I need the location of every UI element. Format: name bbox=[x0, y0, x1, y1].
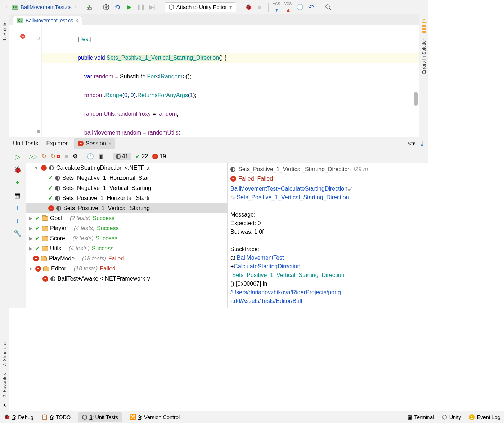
errors-tool[interactable]: Errors In Solution bbox=[421, 36, 427, 75]
ut-body: ▷ 🐞 + ▦ ↑ ↓ 🔧 ▷▷ ↻ ↻– ■ ⚙ 🕘 ▥ 41 ✓ 22 – … bbox=[9, 150, 428, 308]
breadcrumb[interactable]: 〉 C# BallMovementTest.cs 〉 bbox=[1, 0, 82, 14]
close-icon[interactable]: × bbox=[75, 18, 78, 23]
scrollbar-thumb[interactable] bbox=[414, 92, 418, 106]
warning-icon[interactable]: ⚠ bbox=[422, 17, 427, 24]
ut-content: ▷▷ ↻ ↻– ■ ⚙ 🕘 ▥ 41 ✓ 22 – 19 ▼– Calculat… bbox=[26, 150, 428, 308]
layout-icon[interactable]: ▥ bbox=[98, 153, 104, 160]
code-editor[interactable]: – ⊟ ⊟ [[Test]Test] public void Sets_Posi… bbox=[9, 25, 419, 137]
main-area: 1: Solution C# BallMovementTest.cs × – ⊟… bbox=[0, 14, 428, 137]
wrench-icon[interactable]: 🔧 bbox=[14, 229, 22, 237]
vcs-update-icon[interactable]: VCS ▼ bbox=[272, 3, 282, 12]
filter-all[interactable]: 41 bbox=[113, 153, 131, 160]
gutter: – ⊟ ⊟ bbox=[9, 25, 42, 137]
step-icon[interactable]: ▶| bbox=[148, 3, 157, 12]
unit-tests-panel: Unit Tests: Explorer – Session × ⚙▾ ⤓ ▷ … bbox=[9, 137, 428, 308]
undo-icon[interactable]: ↶ bbox=[307, 3, 316, 12]
marker[interactable] bbox=[422, 25, 426, 27]
run-config-selector[interactable]: Attach to Unity Editor ▾ bbox=[165, 2, 236, 12]
breakpoint-icon[interactable]: – bbox=[20, 34, 25, 39]
ut-toolbar: ▷▷ ↻ ↻– ■ ⚙ 🕘 ▥ 41 ✓ 22 – 19 bbox=[26, 150, 428, 163]
marker[interactable] bbox=[422, 28, 426, 30]
breadcrumb-file: BallMovementTest.cs bbox=[21, 4, 72, 10]
run-icon[interactable]: ▷ bbox=[15, 153, 20, 161]
rerun-failed-icon[interactable]: ↻– bbox=[51, 153, 60, 160]
build-icon[interactable] bbox=[85, 3, 94, 12]
options-icon[interactable]: ⚙ bbox=[73, 153, 78, 160]
stop-icon[interactable]: ■ bbox=[255, 3, 265, 12]
top-toolbar: 〉 C# BallMovementTest.cs 〉 ▶ ❚❚ ▶| Attac… bbox=[0, 0, 428, 14]
structure-tool[interactable]: 7: Structure bbox=[2, 341, 7, 360]
grid-icon[interactable]: ▦ bbox=[14, 191, 21, 199]
filter-fail[interactable]: – 19 bbox=[152, 153, 166, 160]
ut-tab-session[interactable]: – Session × bbox=[74, 138, 115, 149]
debug-icon[interactable]: 🐞 bbox=[14, 166, 22, 174]
marker[interactable] bbox=[422, 31, 426, 33]
ut-split: ▼– CalculateStartingDirection <.NETFra ✓… bbox=[26, 163, 428, 308]
left-tool-rail: 1: Solution bbox=[0, 14, 9, 137]
tab-label: BallMovementTest.cs bbox=[26, 18, 73, 23]
close-icon[interactable]: × bbox=[108, 141, 111, 146]
test-tree[interactable]: ▼– CalculateStartingDirection <.NETFra ✓… bbox=[26, 163, 227, 308]
editor-tab[interactable]: C# BallMovementTest.cs × bbox=[13, 16, 82, 25]
ut-tab-explorer[interactable]: Explorer bbox=[46, 140, 68, 147]
right-tool-rail: ⚠ Errors In Solution bbox=[419, 14, 428, 137]
vcs-commit-icon[interactable]: VCS ▲ bbox=[284, 3, 293, 12]
separator bbox=[320, 3, 320, 12]
ut-title: Unit Tests: bbox=[13, 140, 40, 147]
separator bbox=[98, 3, 98, 12]
fold-icon[interactable]: ⊟ bbox=[37, 127, 40, 136]
editor-tab-bar: C# BallMovementTest.cs × bbox=[9, 14, 419, 25]
export-icon[interactable]: ⤓ bbox=[419, 140, 425, 147]
test-row-selected: – Sets_Positive_1_Vertical_Starting_ bbox=[26, 203, 227, 213]
refresh-icon[interactable] bbox=[113, 3, 122, 12]
chevron-right-icon: 〉 bbox=[74, 4, 78, 10]
csharp-file-icon: C# bbox=[12, 5, 18, 10]
ut-left-toolbar: ▷ 🐞 + ▦ ↑ ↓ 🔧 bbox=[9, 150, 26, 308]
solution-tool[interactable]: 1: Solution bbox=[2, 17, 7, 42]
editor-wrap: C# BallMovementTest.cs × – ⊟ ⊟ [[Test]Te… bbox=[9, 14, 419, 137]
svg-point-2 bbox=[326, 5, 329, 8]
search-icon[interactable] bbox=[324, 3, 333, 12]
dropdown-icon: ▾ bbox=[229, 4, 232, 10]
run-icon[interactable]: ▶ bbox=[125, 3, 134, 12]
up-icon[interactable]: ↑ bbox=[16, 204, 19, 212]
down-icon[interactable]: ↓ bbox=[16, 217, 19, 224]
history-icon[interactable]: 🕘 bbox=[295, 3, 305, 12]
failed-icon: – bbox=[78, 141, 84, 146]
filter-pass[interactable]: ✓ 22 bbox=[135, 153, 148, 160]
pause-icon[interactable]: ❚❚ bbox=[136, 3, 145, 12]
code-area[interactable]: [[Test]Test] public void Sets_Positive_1… bbox=[42, 25, 419, 137]
csharp-file-icon: C# bbox=[17, 18, 23, 23]
rerun-icon[interactable]: ↻ bbox=[42, 153, 46, 160]
run-all-icon[interactable]: ▷▷ bbox=[29, 153, 37, 160]
ut-header: Unit Tests: Explorer – Session × ⚙▾ ⤓ bbox=[9, 137, 428, 150]
settings-icon[interactable]: ⚙▾ bbox=[408, 140, 415, 147]
svg-rect-1 bbox=[88, 8, 89, 9]
unity-icon[interactable] bbox=[102, 3, 111, 12]
separator bbox=[161, 3, 161, 12]
bottom-left-rail: ★ 2: Favorites 7: Structure bbox=[0, 137, 9, 360]
fold-icon[interactable]: ⊟ bbox=[37, 33, 40, 42]
separator bbox=[268, 3, 269, 12]
chevron-right-icon: 〉 bbox=[5, 4, 10, 10]
stop-icon[interactable]: ■ bbox=[65, 153, 68, 160]
add-icon[interactable]: + bbox=[15, 179, 19, 186]
separator bbox=[240, 3, 240, 12]
test-details[interactable]: Sets_Positive_1_Vertical_Starting_Direct… bbox=[227, 163, 428, 308]
debug-icon[interactable]: 🐞 bbox=[244, 3, 253, 12]
clock-icon[interactable]: 🕘 bbox=[87, 153, 94, 160]
run-config-label: Attach to Unity Editor bbox=[176, 4, 227, 10]
